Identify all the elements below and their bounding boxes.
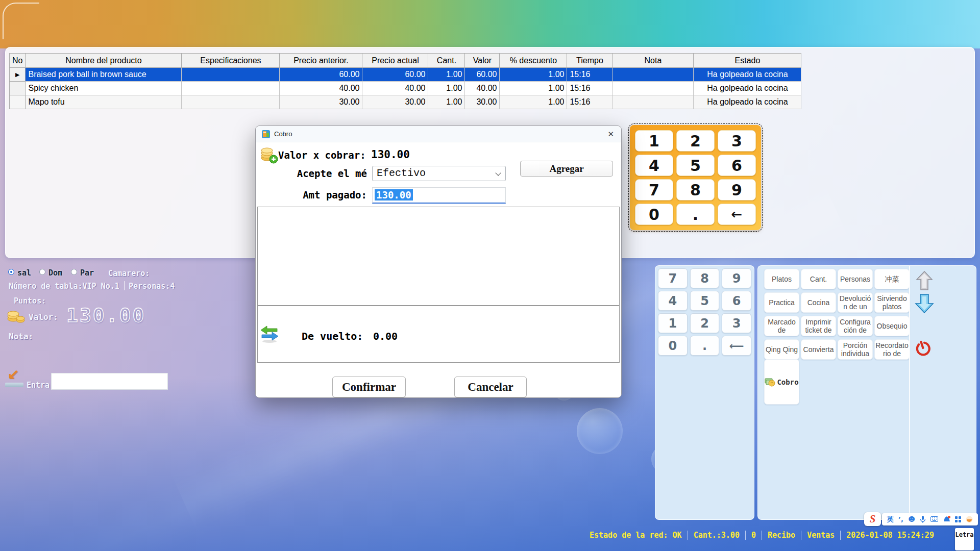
bluepad-key-4[interactable]: 4 — [658, 291, 688, 311]
cell-precio-anterior[interactable]: 60.00 — [280, 68, 362, 82]
bluepad-key-0[interactable]: 0 — [658, 336, 688, 356]
cell-descuento[interactable]: 1.00 — [500, 95, 567, 109]
cell-precio-anterior[interactable]: 40.00 — [280, 82, 362, 95]
skin-tool-icon[interactable] — [943, 516, 950, 522]
bluepad-key-3[interactable]: 3 — [722, 313, 751, 333]
cell-estado[interactable]: Ha golpeado la cocina — [694, 82, 801, 95]
cell-tiempo[interactable]: 15:16 — [567, 95, 612, 109]
action-configuracion[interactable]: Configuración de — [838, 316, 873, 336]
action-convierta[interactable]: Convierta — [801, 339, 836, 360]
scroll-down-icon[interactable] — [914, 293, 935, 314]
cell-nota[interactable] — [612, 82, 694, 95]
keypad-key-3[interactable]: 3 — [718, 130, 756, 152]
cell-descuento[interactable]: 1.00 — [500, 68, 567, 82]
keypad-key-4[interactable]: 4 — [635, 155, 673, 176]
cancel-button[interactable]: Cancelar — [454, 377, 527, 397]
emoji-icon[interactable] — [966, 516, 973, 523]
keyboard-icon[interactable] — [930, 516, 938, 522]
action-cocina[interactable]: Cocina — [801, 292, 836, 313]
bluepad-key-9[interactable]: 9 — [722, 268, 751, 288]
bluepad-key-7[interactable]: 7 — [658, 268, 688, 288]
keypad-key-2[interactable]: 2 — [676, 130, 715, 152]
action-porcion[interactable]: Porción individua — [838, 339, 873, 360]
cell-tiempo[interactable]: 15:16 — [567, 68, 612, 82]
keypad-key-dot[interactable]: . — [676, 204, 715, 225]
action-recordatorio[interactable]: Recordatorio de — [874, 339, 910, 360]
cell-valor[interactable]: 30.00 — [465, 95, 500, 109]
action-chongcai[interactable]: 冲菜 — [874, 269, 910, 289]
action-imprimir[interactable]: Imprimir ticket de — [801, 316, 836, 336]
bluepad-key-8[interactable]: 8 — [690, 268, 720, 288]
table-row[interactable]: Mapo tofu 30.00 30.00 1.00 30.00 1.00 15… — [10, 95, 801, 109]
cell-spec[interactable] — [182, 82, 280, 95]
cell-precio-anterior[interactable]: 30.00 — [280, 95, 362, 109]
keypad-key-7[interactable]: 7 — [635, 179, 673, 201]
sogou-logo-icon[interactable]: S — [864, 512, 881, 526]
radio-par[interactable] — [71, 269, 77, 275]
sales-status[interactable]: Ventas — [807, 531, 835, 540]
keypad-key-6[interactable]: 6 — [718, 155, 756, 176]
cobro-button[interactable]: Cobro — [764, 359, 799, 405]
entry-input[interactable] — [51, 373, 168, 390]
amount-paid-input[interactable]: 130.00 — [372, 187, 506, 204]
cell-name[interactable]: Mapo tofu — [26, 95, 182, 109]
bluepad-key-dot[interactable]: . — [690, 336, 720, 356]
keypad-key-1[interactable]: 1 — [635, 130, 673, 152]
cell-estado[interactable]: Ha golpeado la cocina — [694, 68, 801, 82]
cell-valor[interactable]: 40.00 — [465, 82, 500, 95]
power-icon[interactable] — [913, 338, 935, 360]
bluepad-key-5[interactable]: 5 — [690, 291, 720, 311]
receipt-status[interactable]: Recibo — [768, 531, 795, 540]
bluepad-key-1[interactable]: 1 — [658, 313, 688, 333]
cell-precio-actual[interactable]: 30.00 — [362, 95, 428, 109]
apps-grid-icon[interactable] — [955, 516, 961, 522]
action-marcado[interactable]: Marcado de — [764, 316, 799, 336]
ime-letter-button[interactable]: Letra — [955, 528, 974, 550]
cell-spec[interactable] — [182, 68, 280, 82]
action-devolucion[interactable]: Devolución de un — [838, 292, 873, 313]
cell-cant[interactable]: 1.00 — [428, 68, 465, 82]
action-sirviendo[interactable]: Sirviendo platos — [874, 292, 910, 313]
cell-name[interactable]: Braised pork ball in brown sauce — [26, 68, 182, 82]
action-practica[interactable]: Practica — [764, 292, 799, 313]
scroll-up-icon[interactable] — [915, 270, 934, 291]
payment-method-select[interactable]: Efectivo — [372, 166, 506, 181]
action-obsequio[interactable]: Obsequio — [874, 316, 910, 336]
ime-punctuation-icon[interactable]: ’, — [898, 515, 903, 523]
bluepad-key-backspace[interactable]: ⟵ — [722, 336, 751, 356]
close-icon[interactable]: ✕ — [607, 130, 614, 139]
dialog-titlebar[interactable]: Cobro ✕ — [256, 126, 621, 142]
cell-name[interactable]: Spicy chicken — [26, 82, 182, 95]
ime-emoji-face-icon[interactable]: ☻ — [908, 515, 915, 523]
bluepad-key-6[interactable]: 6 — [722, 291, 751, 311]
action-platos[interactable]: Platos — [764, 269, 799, 289]
microphone-icon[interactable] — [920, 516, 926, 523]
action-cant[interactable]: Cant. — [801, 269, 836, 289]
cell-precio-actual[interactable]: 40.00 — [362, 82, 428, 95]
table-row[interactable]: ▶ Braised pork ball in brown sauce 60.00… — [10, 68, 801, 82]
cell-nota[interactable] — [612, 68, 694, 82]
cell-nota[interactable] — [612, 95, 694, 109]
keypad-key-9[interactable]: 9 — [718, 179, 756, 201]
cell-estado[interactable]: Ha golpeado la cocina — [694, 95, 801, 109]
confirm-button[interactable]: Confirmar — [332, 377, 406, 397]
cell-descuento[interactable]: 1.00 — [500, 82, 567, 95]
action-personas[interactable]: Personas — [838, 269, 873, 289]
keypad-key-5[interactable]: 5 — [676, 155, 715, 176]
radio-dom[interactable] — [39, 269, 45, 275]
cell-tiempo[interactable]: 15:16 — [567, 82, 612, 95]
cell-spec[interactable] — [182, 95, 280, 109]
cell-cant[interactable]: 1.00 — [428, 95, 465, 109]
ime-language-icon[interactable]: 英 — [887, 515, 894, 524]
action-qingqing[interactable]: Qing Qing — [764, 339, 799, 360]
keypad-key-0[interactable]: 0 — [635, 204, 673, 225]
keypad-key-backspace[interactable]: ← — [718, 204, 756, 225]
cell-valor[interactable]: 60.00 — [465, 68, 500, 82]
add-payment-button[interactable]: Agregar — [520, 161, 613, 177]
cell-precio-actual[interactable]: 60.00 — [362, 68, 428, 82]
cell-cant[interactable]: 1.00 — [428, 82, 465, 95]
radio-sal[interactable] — [8, 269, 14, 275]
keypad-key-8[interactable]: 8 — [676, 179, 715, 201]
bluepad-key-2[interactable]: 2 — [690, 313, 720, 333]
table-row[interactable]: Spicy chicken 40.00 40.00 1.00 40.00 1.0… — [10, 82, 801, 95]
